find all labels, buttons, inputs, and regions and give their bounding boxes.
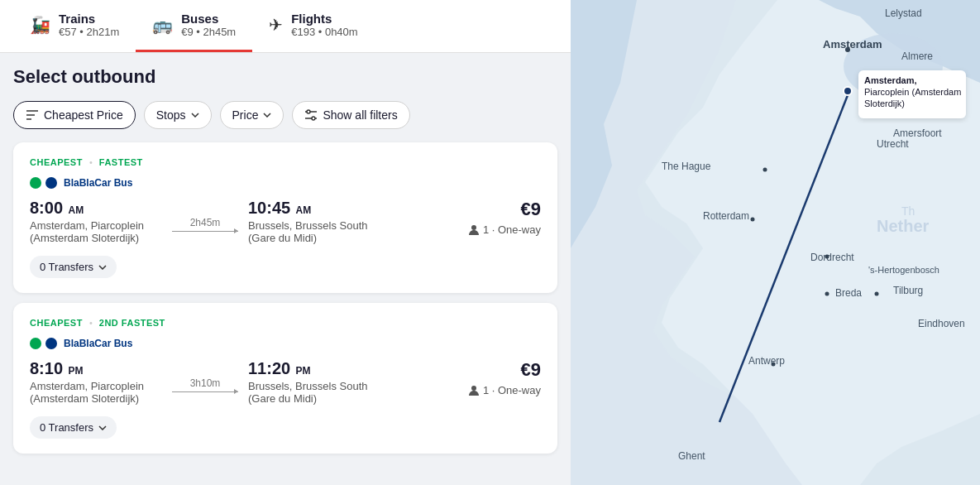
duration-text-0: 2h45m <box>190 217 221 228</box>
city-s-hertogenbosch: 's-Hertogenbosch <box>868 265 939 275</box>
amsterdam-label-line3: Sloterdijk) <box>864 98 905 108</box>
tab-buses[interactable]: 🚌 Buses €9 • 2h45m <box>136 0 252 52</box>
page-title: Select outbound <box>13 66 557 88</box>
city-utrecht: Utrecht <box>877 138 909 150</box>
svg-point-7 <box>471 225 476 230</box>
route-line-1 <box>172 391 238 392</box>
transfers-row-1: 0 Transfers <box>30 416 541 439</box>
blablacar-dot-blue-1 <box>45 338 57 349</box>
country-label-th: Th <box>901 204 915 218</box>
depart-location-1: Amsterdam, Piarcoplein (Amsterdam Sloter… <box>30 380 162 405</box>
provider-logo-0: BlaBlaCar Bus <box>30 177 541 189</box>
tab-buses-title: Buses <box>181 12 236 26</box>
badge-cheapest: CHEAPEST <box>30 157 83 167</box>
filter-bar: Cheapest Price Stops Price <box>13 101 557 129</box>
journey-row-0: 8:00 AM Amsterdam, Piarcoplein (Amsterda… <box>30 199 541 244</box>
dot-tilburg <box>875 292 879 296</box>
sort-icon <box>26 109 39 121</box>
card-badges-1: CHEAPEST • 2ND FASTEST <box>30 318 541 328</box>
blablacar-label-0: BlaBlaCar Bus <box>64 177 132 189</box>
journey-row-1: 8:10 PM Amsterdam, Piarcoplein (Amsterda… <box>30 359 541 405</box>
map-svg: Amsterdam, Piarcoplein (Amsterdam Sloter… <box>571 0 980 485</box>
price-0: €9 <box>521 199 541 220</box>
train-icon: 🚂 <box>30 15 50 35</box>
city-eindhoven: Eindhoven <box>918 318 965 329</box>
flight-icon: ✈ <box>269 15 283 35</box>
blablacar-dot-green <box>30 177 41 189</box>
passengers-1: 1 · One-way <box>468 384 541 396</box>
chevron-transfers-0 <box>98 265 107 270</box>
person-icon-1 <box>468 385 480 396</box>
dot-amsterdam <box>845 47 850 52</box>
filter-all-filters[interactable]: Show all filters <box>292 101 409 129</box>
badge-cheapest-1: CHEAPEST <box>30 318 83 328</box>
tab-trains[interactable]: 🚂 Trains €57 • 2h21m <box>13 0 136 52</box>
city-breda: Breda <box>835 287 862 299</box>
chevron-transfers-1 <box>98 425 107 430</box>
arrive-time-1: 11:20 <box>248 359 290 377</box>
arrive-block-1: 11:20 PM Brussels, Brussels South (Gare … <box>248 359 380 405</box>
result-card-0[interactable]: CHEAPEST • FASTEST BlaBlaCar Bus <box>13 142 557 293</box>
dot-rotterdam <box>751 218 755 222</box>
person-icon-0 <box>468 224 480 236</box>
duration-line-1: 3h10m <box>172 372 238 392</box>
price-block-1: €9 1 · One-way <box>468 359 541 396</box>
depart-period-1: PM <box>68 365 83 377</box>
duration-text-1: 3h10m <box>190 377 221 389</box>
card-badges-0: CHEAPEST • FASTEST <box>30 157 541 167</box>
city-antwerp: Antwerp <box>748 355 785 367</box>
dot-thehague <box>763 168 767 172</box>
transport-tabs: 🚂 Trains €57 • 2h21m 🚌 Buses €9 • 2h45m … <box>0 0 571 53</box>
tab-trains-sub: €57 • 2h21m <box>59 26 119 38</box>
svg-point-4 <box>307 110 310 113</box>
depart-block-1: 8:10 PM Amsterdam, Piarcoplein (Amsterda… <box>30 359 162 405</box>
amsterdam-label-line2: Piarcoplein (Amsterdam <box>864 87 961 97</box>
amsterdam-dot <box>844 87 852 95</box>
arrive-block-0: 10:45 AM Brussels, Brussels South (Gare … <box>248 199 380 244</box>
bus-icon: 🚌 <box>152 15 173 35</box>
blablacar-label-1: BlaBlaCar Bus <box>64 338 132 349</box>
blablacar-dot-green-1 <box>30 338 41 349</box>
depart-block-0: 8:00 AM Amsterdam, Piarcoplein (Amsterda… <box>30 199 162 244</box>
city-amsterdam: Amsterdam <box>823 38 882 50</box>
dot-breda <box>825 292 829 296</box>
price-block-0: €9 1 · One-way <box>468 199 541 236</box>
city-thehague: The Hague <box>662 161 711 172</box>
city-ghent: Ghent <box>678 450 705 462</box>
result-card-1[interactable]: CHEAPEST • 2ND FASTEST BlaBlaCar Bus <box>13 303 557 454</box>
provider-logo-1: BlaBlaCar Bus <box>30 338 541 349</box>
city-amersfoort: Amersfoort <box>893 127 942 139</box>
filter-stops[interactable]: Stops <box>144 101 212 129</box>
badge-fastest: FASTEST <box>99 157 143 167</box>
tab-trains-title: Trains <box>59 12 119 26</box>
transfers-btn-1[interactable]: 0 Transfers <box>30 416 117 439</box>
city-dordrecht: Dordrecht <box>810 252 854 263</box>
route-line-0 <box>172 231 238 232</box>
arrive-period-1: PM <box>296 365 311 377</box>
filter-cheapest-price[interactable]: Cheapest Price <box>13 101 136 129</box>
depart-time-0: 8:00 <box>30 199 63 217</box>
filter-price[interactable]: Price <box>220 101 284 129</box>
arrive-location-0: Brussels, Brussels South (Gare du Midi) <box>248 219 380 244</box>
depart-location-0: Amsterdam, Piarcoplein (Amsterdam Sloter… <box>30 219 162 244</box>
country-label-nether: Nether <box>877 217 930 235</box>
transfers-btn-0[interactable]: 0 Transfers <box>30 256 117 278</box>
passengers-0: 1 · One-way <box>468 223 541 236</box>
dot-antwerp <box>772 363 776 367</box>
duration-line-0: 2h45m <box>172 212 238 232</box>
city-tilburg: Tilburg <box>893 285 923 296</box>
tab-flights-title: Flights <box>291 12 357 26</box>
city-lelystad: Lelystad <box>885 7 922 19</box>
arrive-period-0: AM <box>296 204 312 216</box>
dot-dordrecht <box>825 255 829 259</box>
tab-buses-sub: €9 • 2h45m <box>181 26 236 38</box>
svg-point-8 <box>471 386 476 391</box>
svg-point-6 <box>312 117 315 120</box>
map-panel: Amsterdam, Piarcoplein (Amsterdam Sloter… <box>571 0 980 485</box>
blablacar-dot-blue <box>45 177 57 189</box>
city-rotterdam: Rotterdam <box>703 210 749 222</box>
city-almere: Almere <box>901 50 933 62</box>
tab-flights[interactable]: ✈ Flights €193 • 0h40m <box>252 0 374 52</box>
transfers-row-0: 0 Transfers <box>30 256 541 278</box>
sliders-icon <box>304 109 318 121</box>
